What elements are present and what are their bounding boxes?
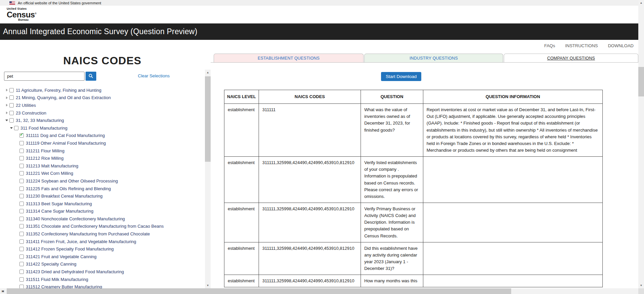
scroll-up-icon[interactable]: ▲ [638,0,644,6]
tree-item[interactable]: 311221 Wet Corn Milling [0,170,205,177]
naics-checkbox[interactable] [19,239,24,244]
tree-item[interactable]: 31, 32, 33 Manufacturing [0,117,205,124]
table-cell: establishment [224,104,259,157]
start-download-button[interactable]: Start Download [381,72,421,81]
tree-item[interactable]: 311422 Specialty Canning [0,261,205,268]
tab-establishment-questions[interactable]: ESTABLISHMENT QUESTIONS [214,54,364,62]
scroll-down-icon[interactable]: ▼ [205,283,211,288]
naics-checkbox[interactable] [19,217,24,221]
table-cell: Report inventories at cost or market val… [423,104,602,157]
tab-industry-questions[interactable]: INDUSTRY QUESTIONS [364,54,503,62]
naics-checkbox[interactable] [19,164,24,168]
naics-search-input[interactable] [4,72,85,81]
tree-item[interactable]: 311314 Cane Sugar Manufacturing [0,208,205,215]
expand-icon[interactable] [4,109,9,117]
nav-link-download[interactable]: DOWNLOAD [608,43,634,48]
naics-checkbox[interactable]: ✔ [19,133,24,138]
naics-checkbox[interactable] [19,141,24,145]
naics-checkbox[interactable] [19,156,24,160]
arrow-spacer [14,200,19,207]
arrow-spacer [14,245,19,253]
naics-checkbox[interactable] [9,118,14,123]
naics-checkbox[interactable] [19,179,24,183]
expand-icon[interactable] [4,101,9,109]
registered-mark-icon: ® [35,12,37,15]
naics-checkbox[interactable] [19,277,24,282]
sidebar-scrollbar-thumb[interactable] [205,76,211,162]
scroll-up-icon[interactable]: ▲ [205,70,211,75]
tree-item[interactable]: 311225 Fats and Oils Refining and Blendi… [0,185,205,193]
naics-checkbox[interactable] [19,149,24,153]
tree-item[interactable]: 311352 Confectionery Manufacturing from … [0,230,205,238]
table-header-cell: QUESTION INFORMATION [423,90,602,104]
naics-checkbox[interactable] [19,224,24,228]
naics-checkbox[interactable] [19,209,24,213]
table-cell [423,157,602,203]
tree-item[interactable]: 311313 Beet Sugar Manufacturing [0,200,205,208]
logo-main-text: Census® [7,11,36,19]
naics-checkbox[interactable] [9,111,14,115]
tree-item[interactable]: 311423 Dried and Dehydrated Food Manufac… [0,268,205,276]
tree-item[interactable]: 311211 Flour Milling [0,147,205,155]
census-logo[interactable]: United States Census® Bureau [7,7,36,21]
tree-item[interactable]: 311421 Fruit and Vegetable Canning [0,253,205,261]
horizontal-scrollbar[interactable]: ◀ ▶ [0,288,638,294]
tree-item[interactable]: 311411 Frozen Fruit, Juice, and Vegetabl… [0,238,205,245]
naics-checkbox[interactable] [19,232,24,236]
arrow-spacer [14,276,19,283]
arrow-spacer [14,162,19,169]
tree-item[interactable]: 311511 Fluid Milk Manufacturing [0,276,205,283]
tree-item-label: 11 Agriculture, Forestry, Fishing and Hu… [16,88,101,93]
scroll-down-icon[interactable]: ▼ [638,283,644,288]
vertical-scrollbar[interactable]: ▲ ▼ [638,0,644,288]
tree-item[interactable]: 23 Construction [0,109,205,117]
naics-checkbox[interactable] [9,95,14,100]
naics-checkbox[interactable] [14,126,18,130]
search-icon [89,74,93,78]
tree-item[interactable]: 311351 Chocolate and Confectionery Manuf… [0,223,205,230]
naics-checkbox[interactable] [19,270,24,274]
collapse-icon[interactable] [9,124,14,132]
questions-table: NAICS LEVEL NAICS CODES QUESTION QUESTIO… [224,90,603,287]
tree-item[interactable]: 22 Utilities [0,101,205,109]
naics-checkbox[interactable] [19,187,24,191]
expand-icon[interactable] [4,94,9,101]
tree-item[interactable]: 311212 Rice Milling [0,154,205,162]
scrollbar-corner [638,288,644,294]
naics-checkbox[interactable] [19,202,24,206]
naics-checkbox[interactable] [19,285,24,288]
arrow-spacer [14,230,19,238]
nav-link-instructions[interactable]: INSTRUCTIONS [565,43,598,48]
naics-checkbox[interactable] [19,247,24,251]
tree-item[interactable]: 311512 Creamery Butter Manufacturing [0,283,205,288]
search-button[interactable] [86,72,96,81]
tree-item[interactable]: 311340 Nonchocolate Confectionery Manufa… [0,215,205,223]
tree-item[interactable]: 311119 Other Animal Food Manufacturing [0,139,205,147]
tree-item[interactable]: ✔311111 Dog and Cat Food Manufacturing [0,132,205,140]
tree-item[interactable]: 11 Agriculture, Forestry, Fishing and Hu… [0,86,205,94]
naics-tree: 11 Agriculture, Forestry, Fishing and Hu… [0,86,205,288]
naics-checkbox[interactable] [9,88,14,92]
naics-checkbox[interactable] [19,262,24,266]
expand-icon[interactable] [4,86,9,94]
tree-item[interactable]: 311230 Breakfast Cereal Manufacturing [0,192,205,200]
naics-checkbox[interactable] [19,171,24,175]
tree-item[interactable]: 21 Mining, Quarrying, and Oil and Gas Ex… [0,94,205,102]
tree-item[interactable]: 311412 Frozen Specialty Food Manufacturi… [0,245,205,253]
naics-checkbox[interactable] [19,254,24,259]
naics-checkbox[interactable] [9,103,14,107]
tree-item[interactable]: 311213 Malt Manufacturing [0,162,205,170]
collapse-icon[interactable] [4,117,9,124]
sidebar-scrollbar[interactable]: ▲ ▼ [205,70,211,288]
clear-selections-link[interactable]: Clear Selections [138,73,170,78]
tree-item[interactable]: 311 Food Manufacturing [0,124,205,132]
vertical-scrollbar-thumb[interactable] [638,67,644,96]
tree-item[interactable]: 311224 Soybean and Other Oilseed Process… [0,177,205,185]
tab-company-questions[interactable]: COMPANY QUESTIONS [504,54,638,62]
naics-checkbox[interactable] [19,194,24,198]
questions-table-body: establishment311111What was the value of… [224,104,603,287]
horizontal-scrollbar-thumb[interactable] [7,288,511,294]
arrow-spacer [14,147,19,154]
scroll-right-icon[interactable]: ▶ [0,288,6,294]
nav-link-faqs[interactable]: FAQs [544,43,555,48]
